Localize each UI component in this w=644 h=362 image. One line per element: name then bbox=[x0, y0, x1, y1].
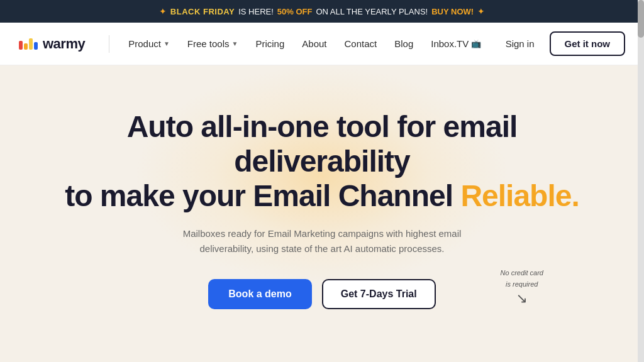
banner-star-left: ✦ bbox=[159, 6, 167, 16]
scrollbar-thumb[interactable] bbox=[638, 0, 644, 38]
no-credit-text: No credit card is required bbox=[501, 269, 543, 288]
nav-actions: Sign in Get it now bbox=[498, 31, 625, 56]
nav-free-tools[interactable]: Free tools ▼ bbox=[180, 33, 246, 54]
top-banner: ✦ BLACK FRIDAY IS HERE! 50% OFF ON ALL T… bbox=[0, 0, 644, 23]
nav-contact[interactable]: Contact bbox=[337, 33, 385, 54]
nav-inbox-tv[interactable]: Inbox.TV 📺 bbox=[423, 33, 489, 54]
hero-subtitle: Mailboxes ready for Email Marketing camp… bbox=[177, 226, 467, 256]
logo-icon bbox=[19, 38, 38, 50]
logo[interactable]: warmy bbox=[19, 36, 85, 52]
banner-percent: 50% OFF bbox=[277, 7, 313, 16]
sign-in-button[interactable]: Sign in bbox=[498, 33, 542, 54]
banner-buy-now[interactable]: BUY NOW! bbox=[431, 7, 474, 16]
nav-divider bbox=[109, 35, 109, 53]
nav-blog[interactable]: Blog bbox=[387, 33, 421, 54]
hero-content: Auto all-in-one tool for email deliverab… bbox=[25, 109, 619, 309]
nav-product[interactable]: Product ▼ bbox=[121, 33, 177, 54]
hero-title: Auto all-in-one tool for email deliverab… bbox=[52, 109, 592, 214]
scrollbar[interactable] bbox=[638, 0, 644, 362]
trial-button[interactable]: Get 7-Days Trial bbox=[322, 279, 436, 309]
no-credit-card-note: No credit card is required ↙ bbox=[501, 266, 543, 307]
hero-section: Auto all-in-one tool for email deliverab… bbox=[0, 65, 644, 341]
nav-pricing[interactable]: Pricing bbox=[248, 33, 292, 54]
banner-on-all: ON ALL THE YEARLY PLANS! bbox=[316, 7, 428, 16]
book-demo-button[interactable]: Book a demo bbox=[208, 279, 311, 309]
banner-star-right: ✦ bbox=[477, 6, 485, 16]
free-tools-chevron-icon: ▼ bbox=[232, 40, 238, 47]
stats-section: 2,500+ happy businesses, marketers 100,0… bbox=[0, 341, 644, 362]
tv-icon: 📺 bbox=[471, 39, 481, 48]
logo-text: warmy bbox=[43, 36, 85, 52]
hero-buttons: Book a demo Get 7-Days Trial No credit c… bbox=[25, 279, 619, 309]
navbar: warmy Product ▼ Free tools ▼ Pricing Abo… bbox=[0, 23, 644, 65]
banner-black-friday: BLACK FRIDAY bbox=[170, 7, 235, 16]
banner-is-here: IS HERE! bbox=[238, 7, 274, 16]
get-it-now-button[interactable]: Get it now bbox=[550, 31, 626, 56]
product-chevron-icon: ▼ bbox=[164, 40, 170, 47]
arrow-icon: ↙ bbox=[501, 290, 543, 307]
nav-links: Product ▼ Free tools ▼ Pricing About Con… bbox=[121, 33, 497, 54]
nav-about[interactable]: About bbox=[294, 33, 334, 54]
